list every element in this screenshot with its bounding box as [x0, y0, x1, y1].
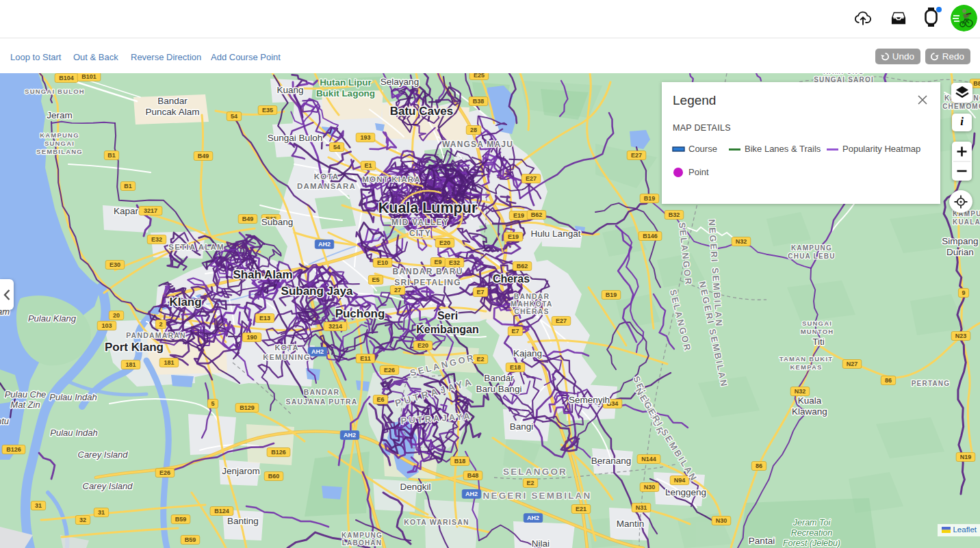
svg-text:E20: E20: [439, 239, 450, 246]
svg-text:Semenyih: Semenyih: [569, 395, 610, 405]
svg-text:Bukit Lagong: Bukit Lagong: [316, 88, 375, 99]
svg-text:E6: E6: [376, 396, 384, 403]
svg-text:B18: B18: [454, 458, 466, 465]
svg-text:31: 31: [35, 502, 42, 509]
svg-text:KAMPUNG: KAMPUNG: [791, 244, 832, 252]
svg-text:E26: E26: [159, 469, 170, 476]
svg-text:Bangi: Bangi: [510, 421, 534, 432]
svg-text:Subang Jaya: Subang Jaya: [281, 285, 353, 298]
svg-text:KAMPUNG: KAMPUNG: [341, 532, 383, 539]
svg-text:N32: N32: [795, 388, 806, 395]
svg-text:N32: N32: [736, 238, 747, 245]
svg-text:Kajang: Kajang: [513, 348, 542, 358]
svg-text:Pulau Indah: Pulau Indah: [49, 392, 96, 402]
svg-text:MUNTOH: MUNTOH: [801, 328, 834, 335]
svg-text:E2: E2: [476, 356, 484, 363]
svg-text:E11: E11: [360, 355, 371, 362]
svg-text:PANDAMARAN: PANDAMARAN: [126, 331, 186, 339]
svg-text:193: 193: [360, 134, 370, 141]
svg-text:E20: E20: [417, 342, 428, 349]
svg-text:AH2: AH2: [465, 491, 478, 497]
svg-text:Lenggeng: Lenggeng: [665, 487, 706, 497]
svg-text:E19: E19: [513, 212, 524, 219]
svg-text:E27: E27: [556, 317, 567, 324]
svg-text:ntu: ntu: [0, 416, 9, 426]
svg-text:B126: B126: [6, 446, 21, 453]
svg-text:31: 31: [98, 509, 105, 516]
svg-text:CHUA LEBU: CHUA LEBU: [788, 252, 835, 260]
svg-text:Popularity Heatmap: Popularity Heatmap: [842, 144, 920, 154]
svg-text:B38: B38: [473, 98, 485, 105]
svg-text:27: 27: [394, 287, 401, 293]
svg-text:Simpang: Simpang: [942, 236, 978, 246]
svg-text:Hutan Lipur: Hutan Lipur: [320, 77, 372, 88]
svg-text:Nilai: Nilai: [532, 538, 550, 548]
svg-text:B19: B19: [644, 195, 656, 202]
svg-text:Batu Caves: Batu Caves: [390, 105, 454, 118]
svg-text:20: 20: [113, 312, 120, 319]
svg-text:E35: E35: [262, 107, 273, 114]
svg-text:N19: N19: [960, 454, 972, 460]
svg-text:190: 190: [246, 334, 257, 341]
svg-text:Pulau Che: Pulau Che: [5, 389, 47, 400]
svg-text:E7: E7: [511, 328, 519, 335]
svg-text:Pulau Indah: Pulau Indah: [50, 428, 97, 438]
svg-text:KOTA: KOTA: [314, 172, 339, 181]
svg-text:Bandar: Bandar: [157, 96, 188, 106]
svg-text:Pulau Klang: Pulau Klang: [28, 313, 77, 324]
svg-text:B49: B49: [242, 216, 254, 222]
svg-text:MONT KIARA: MONT KIARA: [362, 175, 420, 183]
svg-text:86: 86: [756, 462, 762, 469]
svg-text:SELANGOR: SELANGOR: [503, 467, 567, 477]
svg-text:N30: N30: [716, 517, 727, 524]
svg-text:Baru Bangi: Baru Bangi: [476, 384, 522, 394]
svg-text:CHERAS: CHERAS: [514, 307, 550, 315]
svg-text:WANGSA MAJU: WANGSA MAJU: [442, 140, 513, 149]
svg-text:54: 54: [231, 113, 237, 120]
svg-text:SETIA ALAM: SETIA ALAM: [168, 243, 224, 251]
svg-text:DAMANSARA: DAMANSARA: [297, 182, 356, 190]
svg-text:Selayang: Selayang: [381, 77, 419, 87]
svg-text:B101: B101: [81, 73, 96, 80]
svg-text:Course: Course: [688, 144, 717, 154]
svg-text:E10: E10: [377, 259, 388, 266]
svg-text:KEMPAS: KEMPAS: [790, 363, 822, 371]
svg-text:E30: E30: [109, 261, 120, 268]
svg-text:E5: E5: [372, 276, 379, 283]
svg-text:Jeram Toi: Jeram Toi: [792, 518, 831, 527]
svg-text:5: 5: [211, 400, 214, 407]
svg-text:KAMPUNG: KAMPUNG: [823, 73, 864, 75]
svg-text:Puchong: Puchong: [335, 307, 385, 320]
svg-text:E27: E27: [631, 152, 642, 159]
svg-text:Jenjarom: Jenjarom: [222, 466, 260, 476]
svg-text:E27: E27: [526, 175, 537, 182]
svg-text:B48: B48: [467, 472, 479, 479]
svg-text:SUNGAI BULOH: SUNGAI BULOH: [25, 88, 85, 95]
svg-text:B59: B59: [185, 536, 196, 543]
svg-text:SAUJANA PUTRA: SAUJANA PUTRA: [285, 397, 357, 406]
svg-text:E9: E9: [434, 259, 441, 265]
svg-text:Dengkil: Dengkil: [400, 482, 430, 492]
svg-text:AH2: AH2: [311, 348, 324, 355]
svg-text:Klawang: Klawang: [792, 406, 827, 417]
svg-text:N94: N94: [674, 477, 686, 484]
svg-text:2: 2: [159, 321, 162, 328]
svg-text:B8: B8: [973, 80, 980, 87]
svg-text:Recreation: Recreation: [791, 528, 832, 538]
svg-text:E32: E32: [151, 236, 162, 243]
svg-text:Durian: Durian: [946, 247, 974, 257]
svg-text:E18: E18: [510, 364, 521, 371]
svg-text:Kuang: Kuang: [276, 85, 303, 95]
svg-text:Klang: Klang: [169, 296, 201, 309]
svg-text:E1: E1: [364, 162, 372, 169]
svg-text:E2: E2: [526, 480, 534, 486]
svg-text:Bike Lanes & Trails: Bike Lanes & Trails: [745, 144, 821, 154]
svg-text:Puncak Alam: Puncak Alam: [146, 107, 200, 117]
svg-text:SRI PETALING: SRI PETALING: [394, 278, 461, 287]
svg-text:3214: 3214: [328, 323, 342, 330]
svg-text:AH2: AH2: [318, 241, 331, 248]
svg-text:Port Klang: Port Klang: [105, 341, 164, 354]
svg-text:Mat Zin: Mat Zin: [10, 400, 40, 410]
svg-text:B62: B62: [531, 211, 543, 218]
svg-text:CHEMOMOI: CHEMOMOI: [942, 103, 980, 110]
